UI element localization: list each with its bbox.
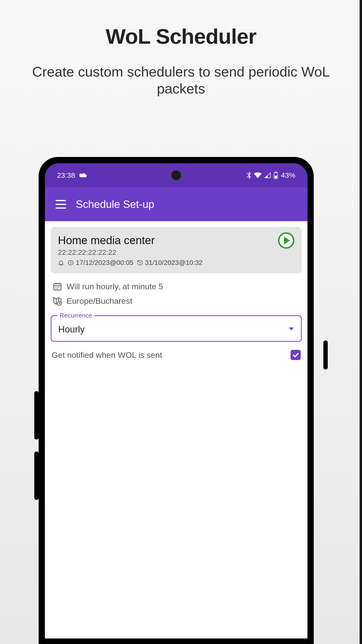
play-icon [284, 237, 290, 244]
app-bar: Schedule Set-up [45, 188, 308, 221]
phone-volume-up [34, 391, 39, 440]
page-title: Schedule Set-up [76, 198, 154, 210]
svg-point-8 [55, 288, 56, 289]
check-icon [292, 351, 299, 358]
recurrence-label: Recurrence [57, 312, 94, 319]
calendar-icon [53, 282, 62, 291]
camera-notch [171, 170, 181, 180]
status-bar: 23:38 43% [45, 163, 308, 188]
menu-icon[interactable] [55, 200, 66, 209]
schedule-summary: Will run hourly, at minute 5 [67, 282, 163, 291]
phone-frame: 23:38 43% Schedule Set-up Home media cen… [39, 157, 314, 644]
status-battery: 43% [281, 171, 295, 180]
status-time: 23:38 [57, 171, 75, 180]
battery-icon [274, 172, 278, 179]
wifi-icon [254, 172, 262, 178]
svg-point-6 [57, 286, 58, 288]
svg-point-7 [59, 286, 60, 288]
timezone-row: Europe/Bucharest [51, 294, 302, 308]
phone-screen: 23:38 43% Schedule Set-up Home media cen… [45, 163, 308, 638]
device-mac: 22:22:22:22:22:22 [58, 248, 295, 256]
timezone-icon [53, 296, 62, 306]
recurrence-select[interactable]: Recurrence Hourly [51, 315, 302, 342]
device-card[interactable]: Home media center 22:22:22:22:22:22 17/1… [51, 227, 302, 273]
play-button[interactable] [278, 232, 295, 249]
svg-rect-1 [275, 172, 277, 173]
page-divider [360, 0, 362, 644]
svg-point-5 [55, 286, 56, 288]
schedule-summary-row: Will run hourly, at minute 5 [51, 279, 302, 294]
last-run-time: 31/10/2023@10:32 [145, 259, 203, 266]
recurrence-value: Hourly [58, 324, 294, 335]
bluetooth-icon [247, 172, 251, 179]
signal-icon [265, 172, 271, 178]
notify-checkbox[interactable] [291, 350, 301, 360]
svg-rect-2 [275, 176, 277, 178]
chevron-down-icon [289, 328, 294, 330]
next-run-time: 17/12/2023@00:05 [76, 259, 133, 266]
cloud-icon [79, 172, 87, 178]
promo-title: WoL Scheduler [0, 24, 362, 49]
phone-power-button [323, 340, 328, 370]
phone-volume-down [34, 452, 39, 500]
timezone-value: Europe/Bucharest [67, 296, 132, 306]
notify-label: Get notified when WOL is sent [52, 350, 162, 360]
promo-subtitle: Create custom schedulers to send periodi… [0, 63, 362, 97]
svg-point-9 [57, 288, 58, 289]
device-name: Home media center [58, 234, 295, 247]
history-icon [137, 260, 143, 266]
clock-icon [67, 260, 74, 266]
bell-icon [58, 260, 64, 266]
